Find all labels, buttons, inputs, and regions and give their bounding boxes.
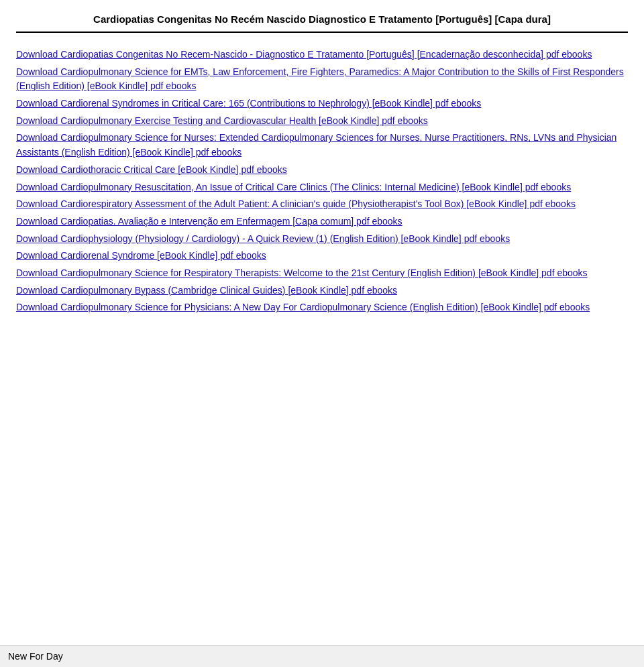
link-paragraph: Download Cardiorespiratory Assessment of… [16,197,628,212]
link-paragraph: Download Cardiopulmonary Science for Nur… [16,131,628,160]
link-paragraph: Download Cardiopulmonary Bypass (Cambrid… [16,284,628,298]
link-paragraph: Download Cardiopatias Congenitas No Rece… [16,48,628,62]
download-link[interactable]: Download Cardiorenal Syndrome [eBook Kin… [16,250,266,261]
links-content: Download Cardiopatias Congenitas No Rece… [16,48,628,315]
page-title: Cardiopatias Congenitas No Recém Nascido… [16,12,628,26]
link-paragraph: Download Cardiophysiology (Physiology / … [16,232,628,247]
link-paragraph: Download Cardiopatias. Avaliação e Inter… [16,215,628,229]
download-link[interactable]: Download Cardiopulmonary Bypass (Cambrid… [16,285,397,296]
link-paragraph: Download Cardiothoracic Critical Care [e… [16,163,628,178]
download-link[interactable]: Download Cardiothoracic Critical Care [e… [16,164,287,175]
download-link[interactable]: Download Cardiopulmonary Science for Phy… [16,302,590,312]
link-paragraph: Download Cardiopulmonary Resuscitation, … [16,180,628,195]
download-link[interactable]: Download Cardiopatias. Avaliação e Inter… [16,216,402,227]
footer-text: New For Day [8,651,63,662]
download-link[interactable]: Download Cardiorespiratory Assessment of… [16,198,576,209]
download-link[interactable]: Download Cardiopatias Congenitas No Rece… [16,49,592,60]
download-link[interactable]: Download Cardiopulmonary Science for Nur… [16,132,616,158]
link-paragraph: Download Cardiopulmonary Science for EMT… [16,65,628,94]
download-link[interactable]: Download Cardiophysiology (Physiology / … [16,233,510,244]
download-link[interactable]: Download Cardiopulmonary Science for EMT… [16,66,624,92]
footer-bar: New For Day [0,645,644,667]
link-paragraph: Download Cardiorenal Syndromes in Critic… [16,97,628,111]
download-link[interactable]: Download Cardiopulmonary Resuscitation, … [16,182,571,192]
download-link[interactable]: Download Cardiopulmonary Science for Res… [16,267,588,278]
link-paragraph: Download Cardiopulmonary Science for Phy… [16,300,628,315]
link-paragraph: Download Cardiopulmonary Science for Res… [16,266,628,281]
link-paragraph: Download Cardiopulmonary Exercise Testin… [16,114,628,129]
title-divider [16,32,628,33]
link-paragraph: Download Cardiorenal Syndrome [eBook Kin… [16,249,628,263]
download-link[interactable]: Download Cardiopulmonary Exercise Testin… [16,115,428,126]
download-link[interactable]: Download Cardiorenal Syndromes in Critic… [16,98,481,109]
